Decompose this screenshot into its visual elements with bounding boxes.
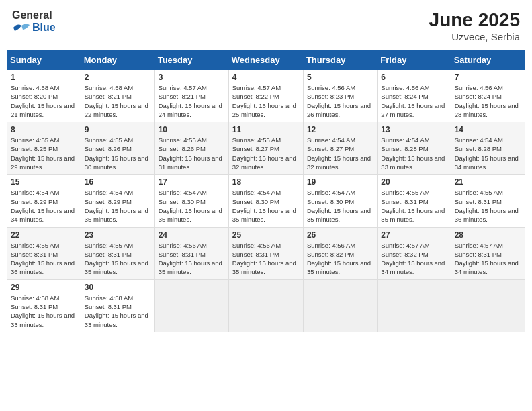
day-info: Sunrise: 4:54 AMSunset: 8:30 PMDaylight:… (159, 188, 225, 224)
day-info: Sunrise: 4:58 AMSunset: 8:20 PMDaylight:… (11, 83, 77, 119)
calendar-week-row: 22Sunrise: 4:55 AMSunset: 8:31 PMDayligh… (7, 227, 525, 279)
day-number: 21 (455, 177, 521, 187)
table-row: 13Sunrise: 4:54 AMSunset: 8:28 PMDayligh… (378, 122, 451, 175)
table-row: 5Sunrise: 4:56 AMSunset: 8:23 PMDaylight… (303, 70, 377, 122)
day-number: 30 (85, 283, 151, 292)
table-row (303, 279, 377, 332)
table-row: 19Sunrise: 4:54 AMSunset: 8:30 PMDayligh… (303, 175, 377, 227)
day-number: 28 (455, 230, 521, 240)
day-number: 10 (159, 125, 225, 134)
day-number: 15 (11, 177, 77, 187)
table-row: 8Sunrise: 4:55 AMSunset: 8:25 PMDaylight… (7, 122, 81, 175)
table-row: 12Sunrise: 4:54 AMSunset: 8:27 PMDayligh… (303, 122, 377, 175)
col-saturday: Saturday (451, 51, 525, 70)
table-row: 25Sunrise: 4:56 AMSunset: 8:31 PMDayligh… (228, 227, 303, 279)
day-info: Sunrise: 4:57 AMSunset: 8:21 PMDaylight:… (159, 83, 225, 119)
day-info: Sunrise: 4:58 AMSunset: 8:31 PMDaylight:… (11, 293, 77, 329)
calendar-week-row: 8Sunrise: 4:55 AMSunset: 8:25 PMDaylight… (7, 122, 525, 175)
table-row: 3Sunrise: 4:57 AMSunset: 8:21 PMDaylight… (154, 70, 228, 122)
table-row: 26Sunrise: 4:56 AMSunset: 8:32 PMDayligh… (303, 227, 377, 279)
table-row: 1Sunrise: 4:58 AMSunset: 8:20 PMDaylight… (7, 70, 81, 122)
calendar-subtitle: Uzvece, Serbia (429, 31, 520, 42)
page-header: General Blue June 2025 Uzvece, Serbia (7, 7, 525, 45)
day-info: Sunrise: 4:54 AMSunset: 8:29 PMDaylight:… (11, 188, 77, 224)
col-sunday: Sunday (7, 51, 81, 70)
day-info: Sunrise: 4:58 AMSunset: 8:21 PMDaylight:… (85, 83, 151, 119)
col-tuesday: Tuesday (154, 51, 228, 70)
day-number: 24 (159, 230, 225, 240)
table-row: 20Sunrise: 4:55 AMSunset: 8:31 PMDayligh… (378, 175, 451, 227)
day-info: Sunrise: 4:57 AMSunset: 8:31 PMDaylight:… (455, 241, 521, 277)
table-row (378, 279, 451, 332)
table-row: 10Sunrise: 4:55 AMSunset: 8:26 PMDayligh… (154, 122, 228, 175)
day-info: Sunrise: 4:54 AMSunset: 8:30 PMDaylight:… (307, 188, 373, 224)
day-number: 14 (455, 125, 521, 134)
day-info: Sunrise: 4:55 AMSunset: 8:27 PMDaylight:… (232, 136, 300, 171)
day-info: Sunrise: 4:55 AMSunset: 8:31 PMDaylight:… (455, 188, 521, 224)
table-row: 17Sunrise: 4:54 AMSunset: 8:30 PMDayligh… (154, 175, 228, 227)
day-info: Sunrise: 4:55 AMSunset: 8:31 PMDaylight:… (11, 241, 77, 277)
day-number: 23 (85, 230, 151, 240)
day-info: Sunrise: 4:56 AMSunset: 8:23 PMDaylight:… (307, 83, 373, 119)
day-number: 8 (11, 125, 77, 134)
day-info: Sunrise: 4:56 AMSunset: 8:24 PMDaylight:… (381, 83, 447, 119)
table-row: 14Sunrise: 4:54 AMSunset: 8:28 PMDayligh… (451, 122, 525, 175)
table-row: 24Sunrise: 4:56 AMSunset: 8:31 PMDayligh… (154, 227, 228, 279)
table-row: 18Sunrise: 4:54 AMSunset: 8:30 PMDayligh… (228, 175, 303, 227)
day-info: Sunrise: 4:57 AMSunset: 8:32 PMDaylight:… (381, 241, 447, 277)
col-wednesday: Wednesday (228, 51, 303, 70)
day-number: 7 (455, 73, 521, 82)
logo-text: General Blue (12, 9, 56, 34)
day-number: 12 (307, 125, 373, 134)
table-row: 4Sunrise: 4:57 AMSunset: 8:22 PMDaylight… (228, 70, 303, 122)
calendar-header-row: Sunday Monday Tuesday Wednesday Thursday… (7, 51, 525, 70)
table-row: 22Sunrise: 4:55 AMSunset: 8:31 PMDayligh… (7, 227, 81, 279)
table-row: 21Sunrise: 4:55 AMSunset: 8:31 PMDayligh… (451, 175, 525, 227)
table-row: 23Sunrise: 4:55 AMSunset: 8:31 PMDayligh… (81, 227, 154, 279)
day-number: 16 (85, 177, 151, 187)
table-row (228, 279, 303, 332)
day-number: 17 (159, 177, 225, 187)
day-number: 2 (85, 73, 151, 82)
day-info: Sunrise: 4:57 AMSunset: 8:22 PMDaylight:… (232, 83, 300, 119)
calendar-week-row: 29Sunrise: 4:58 AMSunset: 8:31 PMDayligh… (7, 279, 525, 332)
day-info: Sunrise: 4:58 AMSunset: 8:31 PMDaylight:… (85, 293, 151, 329)
day-number: 26 (307, 230, 373, 240)
table-row: 29Sunrise: 4:58 AMSunset: 8:31 PMDayligh… (7, 279, 81, 332)
table-row: 15Sunrise: 4:54 AMSunset: 8:29 PMDayligh… (7, 175, 81, 227)
day-number: 5 (307, 73, 373, 82)
calendar-table: Sunday Monday Tuesday Wednesday Thursday… (7, 50, 525, 332)
day-info: Sunrise: 4:55 AMSunset: 8:26 PMDaylight:… (159, 136, 225, 171)
table-row: 11Sunrise: 4:55 AMSunset: 8:27 PMDayligh… (228, 122, 303, 175)
day-info: Sunrise: 4:54 AMSunset: 8:29 PMDaylight:… (85, 188, 151, 224)
day-number: 18 (232, 177, 300, 187)
table-row (451, 279, 525, 332)
calendar-week-row: 1Sunrise: 4:58 AMSunset: 8:20 PMDaylight… (7, 70, 525, 122)
table-row: 6Sunrise: 4:56 AMSunset: 8:24 PMDaylight… (378, 70, 451, 122)
table-row: 7Sunrise: 4:56 AMSunset: 8:24 PMDaylight… (451, 70, 525, 122)
table-row: 28Sunrise: 4:57 AMSunset: 8:31 PMDayligh… (451, 227, 525, 279)
table-row (154, 279, 228, 332)
day-number: 4 (232, 73, 300, 82)
day-info: Sunrise: 4:55 AMSunset: 8:31 PMDaylight:… (381, 188, 447, 224)
day-number: 19 (307, 177, 373, 187)
day-info: Sunrise: 4:54 AMSunset: 8:27 PMDaylight:… (307, 136, 373, 171)
logo-bird-icon (12, 21, 31, 34)
day-number: 6 (381, 73, 447, 82)
table-row: 27Sunrise: 4:57 AMSunset: 8:32 PMDayligh… (378, 227, 451, 279)
day-info: Sunrise: 4:54 AMSunset: 8:28 PMDaylight:… (381, 136, 447, 171)
day-number: 13 (381, 125, 447, 134)
calendar-title: June 2025 (429, 9, 520, 31)
col-friday: Friday (378, 51, 451, 70)
table-row: 30Sunrise: 4:58 AMSunset: 8:31 PMDayligh… (81, 279, 154, 332)
day-info: Sunrise: 4:54 AMSunset: 8:30 PMDaylight:… (232, 188, 300, 224)
logo: General Blue (12, 9, 56, 34)
day-info: Sunrise: 4:55 AMSunset: 8:25 PMDaylight:… (11, 136, 77, 171)
day-number: 9 (85, 125, 151, 134)
day-info: Sunrise: 4:54 AMSunset: 8:28 PMDaylight:… (455, 136, 521, 171)
day-info: Sunrise: 4:56 AMSunset: 8:32 PMDaylight:… (307, 241, 373, 277)
table-row: 2Sunrise: 4:58 AMSunset: 8:21 PMDaylight… (81, 70, 154, 122)
day-info: Sunrise: 4:56 AMSunset: 8:31 PMDaylight:… (159, 241, 225, 277)
day-number: 1 (11, 73, 77, 82)
calendar-week-row: 15Sunrise: 4:54 AMSunset: 8:29 PMDayligh… (7, 175, 525, 227)
